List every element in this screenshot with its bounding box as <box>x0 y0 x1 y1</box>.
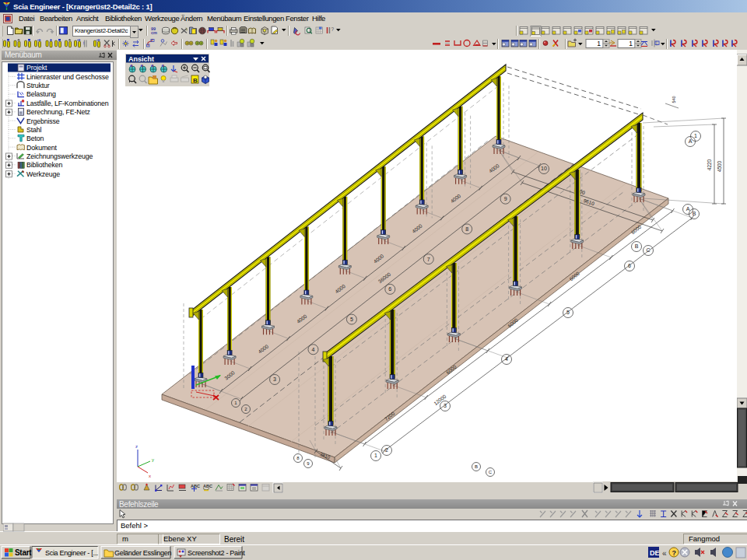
svg-text:4: 4 <box>312 347 315 352</box>
svg-text:?: ? <box>331 26 335 32</box>
svg-text:x: x <box>149 474 151 478</box>
svg-text:Struktur: Struktur <box>26 82 50 89</box>
svg-text:cm: cm <box>151 30 157 35</box>
svg-text:«: « <box>662 549 667 558</box>
svg-text:3: 3 <box>444 403 447 408</box>
svg-text:4220: 4220 <box>707 159 712 170</box>
svg-text:1: 1 <box>597 40 601 47</box>
svg-text:1: 1 <box>374 453 377 458</box>
svg-text:Start: Start <box>15 548 32 557</box>
svg-text:4500: 4500 <box>717 160 722 172</box>
svg-text:9: 9 <box>504 196 507 201</box>
svg-text:Lastfälle, LF-Kombinationen: Lastfälle, LF-Kombinationen <box>26 100 109 107</box>
svg-text:Geländer Esslingen: Geländer Esslingen <box>114 549 171 557</box>
svg-text:Zeichnungswerkzeuge: Zeichnungswerkzeuge <box>26 152 93 160</box>
svg-text:5: 5 <box>350 317 353 322</box>
svg-text:Scia Engineer - [...: Scia Engineer - [... <box>45 549 98 557</box>
svg-text:Ansicht: Ansicht <box>128 55 154 63</box>
svg-text:?: ? <box>672 549 677 557</box>
svg-text:1: 1 <box>694 133 697 138</box>
svg-text:Belastung: Belastung <box>26 90 56 98</box>
svg-text:A: A <box>686 206 690 212</box>
svg-text:6: 6 <box>628 263 631 268</box>
svg-text:3: 3 <box>273 376 276 382</box>
svg-text:5: 5 <box>566 310 570 315</box>
svg-text:7: 7 <box>427 257 430 262</box>
svg-text:10: 10 <box>541 166 547 171</box>
svg-text:Ergebnisse: Ergebnisse <box>26 117 60 125</box>
svg-text:B: B <box>193 77 198 84</box>
svg-text:Bibliotheken: Bibliotheken <box>26 161 62 169</box>
svg-text:2: 2 <box>385 447 388 453</box>
svg-text:Projekt: Projekt <box>26 64 47 72</box>
svg-text:Werkzeuge: Werkzeuge <box>26 170 60 178</box>
svg-text:↕: ↕ <box>82 40 85 45</box>
svg-text:8: 8 <box>465 226 468 232</box>
svg-text:4: 4 <box>505 356 508 362</box>
svg-text:B: B <box>693 211 696 216</box>
svg-text:z: z <box>135 444 138 449</box>
svg-text:C: C <box>646 247 650 253</box>
svg-text:1: 1 <box>629 40 633 47</box>
svg-text:Stahl: Stahl <box>26 126 41 134</box>
svg-text:B: B <box>635 243 639 249</box>
svg-text:Screenshot2 - Paint: Screenshot2 - Paint <box>188 549 245 557</box>
svg-text:ABC: ABC <box>191 484 200 488</box>
svg-text:Linienraster und Geschosse: Linienraster und Geschosse <box>26 73 109 81</box>
svg-text:DE: DE <box>650 549 660 557</box>
svg-text:6: 6 <box>388 286 391 292</box>
svg-text:C: C <box>489 470 493 474</box>
svg-text:Berechnung, FE-Netz: Berechnung, FE-Netz <box>26 108 90 116</box>
svg-text:B: B <box>475 464 478 469</box>
svg-text:y: y <box>152 457 154 462</box>
svg-text:ABC: ABC <box>203 484 212 488</box>
svg-text:Beton: Beton <box>26 135 44 142</box>
svg-text:540: 540 <box>672 96 676 103</box>
svg-text:Dokument: Dokument <box>26 144 58 152</box>
